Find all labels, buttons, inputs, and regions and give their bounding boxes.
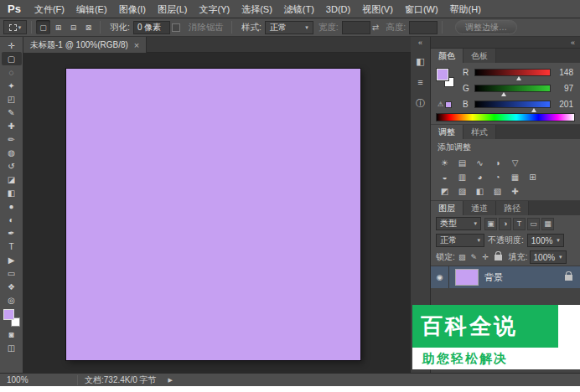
gamut-warning[interactable]: ⚠ (438, 101, 452, 108)
brush-tool-icon[interactable]: ✏ (2, 132, 22, 146)
layer-kind-dropdown[interactable]: 类型 ▾ (436, 217, 481, 230)
panel-tab[interactable]: 调整 (431, 125, 463, 139)
panel-tab[interactable]: 通道 (463, 201, 496, 215)
fill-dropdown[interactable]: 100% ▾ (530, 250, 567, 264)
swap-dimensions-icon[interactable]: ⇄ (372, 23, 379, 32)
vibrance-icon[interactable]: ▽ (508, 157, 522, 168)
quick-mask-icon[interactable]: ◙ (2, 328, 22, 341)
crop-tool-icon[interactable]: ◰ (2, 92, 22, 106)
close-icon[interactable]: × (134, 40, 139, 50)
add-selection-button[interactable]: ⊞ (51, 20, 65, 34)
foreground-color-swatch[interactable] (437, 69, 448, 80)
gradient-map-icon[interactable]: ▧ (490, 185, 505, 197)
posterize-icon[interactable]: ▨ (455, 185, 469, 197)
curves-icon[interactable]: ∿ (473, 157, 487, 168)
shape-tool-icon[interactable]: ▭ (2, 266, 22, 280)
menu-item[interactable]: 窗口(W) (399, 0, 444, 18)
expand-dock-icon[interactable]: « (418, 37, 422, 49)
menu-item[interactable]: 图像(I) (113, 0, 152, 18)
slider-thumb[interactable] (516, 76, 521, 80)
collapse-dock-icon[interactable]: « (571, 39, 575, 47)
lock-all-button[interactable] (493, 251, 504, 263)
foreground-color-swatch[interactable] (3, 309, 14, 320)
menu-item[interactable]: 文字(Y) (193, 0, 236, 18)
menu-item[interactable]: 滤镜(T) (278, 0, 320, 18)
brightness-contrast-icon[interactable]: ☀ (438, 157, 452, 168)
menu-item[interactable]: 视图(V) (356, 0, 399, 18)
width-input[interactable] (342, 21, 370, 34)
path-selection-tool-icon[interactable]: ▶ (2, 253, 22, 266)
hand-tool-icon[interactable]: ❖ (2, 280, 22, 293)
levels-icon[interactable]: ▤ (455, 157, 469, 168)
lock-transparency-icon[interactable]: ▨ (457, 251, 468, 263)
screen-mode-icon[interactable]: ◫ (2, 341, 22, 354)
threshold-icon[interactable]: ◧ (473, 185, 487, 197)
rectangular-marquee-tool-icon[interactable]: ▢ (2, 52, 22, 65)
layer-row-background[interactable]: ◉ 背景 (431, 266, 580, 288)
antialias-checkbox[interactable] (172, 23, 180, 32)
red-slider[interactable] (474, 69, 551, 76)
channel-mixer-icon[interactable]: ▦ (508, 171, 522, 183)
refine-edge-button[interactable]: 调整边缘… (455, 20, 517, 34)
zoom-tool-icon[interactable]: ◎ (2, 293, 22, 307)
gradient-tool-icon[interactable]: ◧ (2, 186, 22, 199)
hue-saturation-icon[interactable]: ◒ (438, 171, 452, 183)
clone-stamp-tool-icon[interactable]: ◍ (2, 146, 22, 159)
zoom-level[interactable]: 100% (0, 375, 77, 384)
menu-item[interactable]: 文件(F) (28, 0, 70, 18)
status-menu-arrow-icon[interactable]: ▶ (168, 377, 173, 384)
black-white-icon[interactable]: ◕ (473, 171, 487, 183)
panel-tab[interactable]: 路径 (496, 201, 529, 215)
adjustment-filter-icon[interactable]: ◑ (499, 218, 511, 230)
intersect-selection-button[interactable]: ⊠ (81, 20, 96, 34)
pen-tool-icon[interactable]: ✒ (2, 226, 22, 240)
feather-input[interactable]: 0 像素 (133, 21, 170, 34)
style-dropdown[interactable]: 正常 ▾ (265, 21, 313, 34)
subtract-selection-button[interactable]: ⊟ (66, 20, 80, 34)
shape-filter-icon[interactable]: ▭ (527, 218, 540, 230)
red-value[interactable]: 148 (555, 68, 573, 77)
panel-tab[interactable]: 色板 (463, 49, 496, 63)
blue-value[interactable]: 201 (555, 100, 573, 109)
history-brush-tool-icon[interactable]: ↺ (2, 159, 22, 173)
layer-visibility-toggle[interactable]: ◉ (431, 266, 449, 288)
blend-mode-dropdown[interactable]: 正常 ▾ (436, 234, 484, 247)
info-panel-icon[interactable]: ⓘ (412, 95, 430, 111)
lock-pixels-icon[interactable]: ✎ (469, 251, 479, 263)
slider-thumb[interactable] (501, 92, 506, 96)
green-slider[interactable] (474, 85, 551, 92)
panel-tab[interactable]: 颜色 (431, 49, 463, 63)
panel-tab[interactable]: 图层 (431, 201, 463, 215)
photo-filter-icon[interactable]: ◔ (490, 171, 505, 183)
type-filter-icon[interactable]: T (513, 218, 526, 230)
type-tool-icon[interactable]: T (2, 240, 22, 253)
opacity-dropdown[interactable]: 100% ▾ (527, 234, 564, 247)
slider-thumb[interactable] (531, 108, 536, 112)
history-panel-icon[interactable]: ◧ (412, 53, 430, 70)
smart-object-filter-icon[interactable]: ▦ (541, 218, 554, 230)
menu-item[interactable]: 图层(L) (152, 0, 193, 18)
pixel-filter-icon[interactable]: ▣ (484, 218, 497, 230)
exposure-icon[interactable]: ◑ (490, 157, 505, 168)
document-tab[interactable]: 未标题-1 @ 100%(RGB/8) × (23, 37, 147, 53)
invert-icon[interactable]: ◩ (438, 185, 452, 197)
new-selection-button[interactable]: ▢ (36, 20, 50, 34)
menu-item[interactable]: 选择(S) (236, 0, 278, 18)
dodge-tool-icon[interactable]: ◐ (2, 213, 22, 226)
healing-brush-tool-icon[interactable]: ✚ (2, 119, 22, 132)
color-spectrum-ramp[interactable] (436, 113, 575, 121)
eyedropper-tool-icon[interactable]: ✎ (2, 106, 22, 119)
menu-item[interactable]: 3D(D) (320, 0, 356, 18)
move-tool-icon[interactable]: ✛ (2, 39, 22, 52)
magic-wand-tool-icon[interactable]: ✦ (2, 79, 22, 92)
lasso-tool-icon[interactable]: ◌ (2, 65, 22, 79)
color-balance-icon[interactable]: ▥ (455, 171, 469, 183)
eraser-tool-icon[interactable]: ◪ (2, 173, 22, 186)
blur-tool-icon[interactable]: ● (2, 199, 22, 213)
menu-item[interactable]: 编辑(E) (70, 0, 113, 18)
color-lookup-icon[interactable]: ⊞ (526, 171, 540, 183)
height-input[interactable] (409, 21, 438, 34)
panel-tab[interactable]: 样式 (463, 125, 496, 139)
tool-preset-picker[interactable]: ▾ (3, 20, 27, 34)
document-canvas[interactable] (66, 69, 360, 360)
